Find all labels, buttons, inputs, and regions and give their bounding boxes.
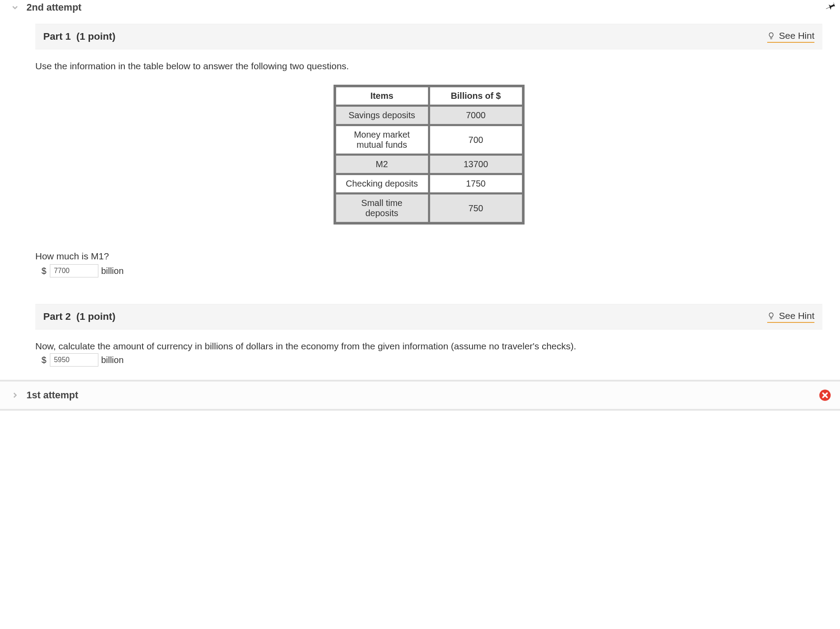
cell-value: 750 (430, 194, 522, 222)
part2-header: Part 2 (1 point) See Hint (35, 304, 822, 329)
part1-prompt: Use the information in the table below t… (35, 61, 822, 71)
part2-block: Part 2 (1 point) See Hint Now, calculate… (0, 304, 840, 367)
table-header-row: Items Billions of $ (336, 87, 522, 105)
cell-label: Small time deposits (336, 194, 428, 222)
part1-answer-row: $ billion (41, 264, 822, 277)
part2-title: Part 2 (1 point) (43, 311, 116, 322)
cell-label: Savings deposits (336, 106, 428, 124)
part1-block: Part 1 (1 point) See Hint Use the inform… (0, 24, 840, 277)
see-hint-link-part1[interactable]: See Hint (767, 30, 814, 43)
table-header-values: Billions of $ (430, 87, 522, 105)
cell-label: Money market mutual funds (336, 126, 428, 154)
part1-question: How much is M1? (35, 251, 822, 262)
part1-header: Part 1 (1 point) See Hint (35, 24, 822, 49)
chevron-right-icon (11, 391, 19, 400)
part2-answer-input[interactable] (50, 353, 98, 367)
see-hint-link-part2[interactable]: See Hint (767, 311, 814, 323)
hint-label: See Hint (779, 30, 814, 41)
currency-symbol: $ (41, 355, 46, 365)
part1-title: Part 1 (1 point) (43, 31, 116, 42)
cell-value: 700 (430, 126, 522, 154)
hint-label: See Hint (779, 311, 814, 321)
cell-value: 1750 (430, 175, 522, 193)
table-row: Savings deposits 7000 (336, 106, 522, 124)
lightbulb-icon (767, 311, 775, 321)
chevron-down-icon (11, 3, 19, 12)
error-icon (819, 389, 831, 401)
attempt-current-label: 2nd attempt (26, 2, 82, 13)
table-row: M2 13700 (336, 155, 522, 173)
cell-label: M2 (336, 155, 428, 173)
table-header-items: Items (336, 87, 428, 105)
part1-title-text: Part 1 (43, 31, 71, 42)
attempt-header-previous[interactable]: 1st attempt (0, 380, 840, 411)
part1-answer-input[interactable] (50, 264, 98, 277)
cell-label: Checking deposits (336, 175, 428, 193)
part2-points: (1 point) (76, 311, 116, 322)
pin-icon[interactable] (825, 0, 836, 14)
attempt-previous-label: 1st attempt (26, 389, 78, 401)
part2-prompt: Now, calculate the amount of currency in… (35, 341, 822, 352)
unit-label: billion (101, 266, 124, 276)
part2-title-text: Part 2 (43, 311, 71, 322)
part1-points: (1 point) (76, 31, 116, 42)
part2-answer-row: $ billion (41, 353, 822, 367)
cell-value: 13700 (430, 155, 522, 173)
cell-value: 7000 (430, 106, 522, 124)
unit-label: billion (101, 355, 124, 365)
table-row: Small time deposits 750 (336, 194, 522, 222)
table-row: Money market mutual funds 700 (336, 126, 522, 154)
data-table: Items Billions of $ Savings deposits 700… (334, 85, 525, 225)
currency-symbol: $ (41, 266, 46, 276)
lightbulb-icon (767, 31, 775, 41)
attempt-header-current[interactable]: 2nd attempt (0, 0, 840, 24)
table-row: Checking deposits 1750 (336, 175, 522, 193)
